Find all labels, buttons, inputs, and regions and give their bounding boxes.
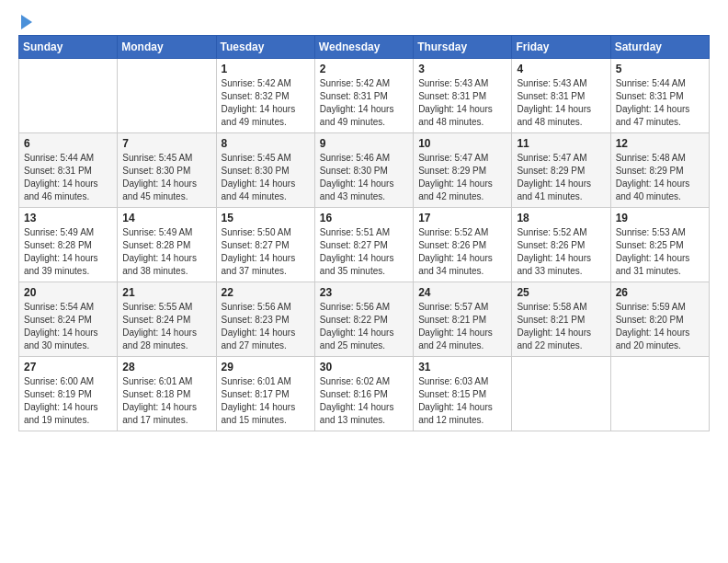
day-info: Sunrise: 5:59 AM Sunset: 8:20 PM Dayligh… bbox=[616, 301, 704, 352]
day-info: Sunrise: 5:47 AM Sunset: 8:29 PM Dayligh… bbox=[517, 152, 605, 203]
calendar-cell: 2Sunrise: 5:42 AM Sunset: 8:31 PM Daylig… bbox=[314, 59, 413, 133]
calendar-cell: 1Sunrise: 5:42 AM Sunset: 8:32 PM Daylig… bbox=[216, 59, 314, 133]
calendar-cell: 12Sunrise: 5:48 AM Sunset: 8:29 PM Dayli… bbox=[610, 133, 709, 208]
day-info: Sunrise: 5:49 AM Sunset: 8:28 PM Dayligh… bbox=[24, 226, 112, 278]
calendar-cell: 25Sunrise: 5:58 AM Sunset: 8:21 PM Dayli… bbox=[512, 282, 610, 357]
calendar-cell: 17Sunrise: 5:52 AM Sunset: 8:26 PM Dayli… bbox=[414, 208, 512, 282]
day-number: 24 bbox=[418, 286, 506, 299]
day-number: 8 bbox=[222, 137, 310, 150]
calendar-week-row: 13Sunrise: 5:49 AM Sunset: 8:28 PM Dayli… bbox=[19, 208, 710, 282]
day-number: 13 bbox=[24, 212, 112, 224]
day-number: 5 bbox=[616, 63, 704, 75]
day-number: 22 bbox=[222, 286, 310, 299]
calendar-cell: 3Sunrise: 5:43 AM Sunset: 8:31 PM Daylig… bbox=[414, 59, 512, 133]
day-info: Sunrise: 5:57 AM Sunset: 8:21 PM Dayligh… bbox=[418, 301, 506, 352]
day-number: 29 bbox=[222, 361, 310, 373]
day-number: 11 bbox=[517, 137, 605, 150]
day-info: Sunrise: 5:52 AM Sunset: 8:26 PM Dayligh… bbox=[418, 226, 506, 278]
calendar-cell: 19Sunrise: 5:53 AM Sunset: 8:25 PM Dayli… bbox=[610, 208, 709, 282]
day-info: Sunrise: 5:44 AM Sunset: 8:31 PM Dayligh… bbox=[24, 152, 112, 203]
day-number: 12 bbox=[616, 137, 704, 150]
day-number: 26 bbox=[616, 286, 704, 299]
calendar-cell: 14Sunrise: 5:49 AM Sunset: 8:28 PM Dayli… bbox=[118, 208, 216, 282]
day-info: Sunrise: 5:45 AM Sunset: 8:30 PM Dayligh… bbox=[122, 152, 210, 203]
calendar-cell: 11Sunrise: 5:47 AM Sunset: 8:29 PM Dayli… bbox=[512, 133, 610, 208]
day-number: 14 bbox=[122, 212, 210, 224]
weekday-header-row: SundayMondayTuesdayWednesdayThursdayFrid… bbox=[19, 36, 710, 59]
day-info: Sunrise: 5:48 AM Sunset: 8:29 PM Dayligh… bbox=[616, 152, 704, 203]
calendar-cell: 9Sunrise: 5:46 AM Sunset: 8:30 PM Daylig… bbox=[314, 133, 413, 208]
day-number: 9 bbox=[320, 137, 408, 150]
logo bbox=[18, 13, 32, 29]
day-number: 2 bbox=[320, 63, 408, 75]
calendar-cell: 23Sunrise: 5:56 AM Sunset: 8:22 PM Dayli… bbox=[314, 282, 413, 357]
day-number: 6 bbox=[24, 137, 112, 150]
day-info: Sunrise: 5:58 AM Sunset: 8:21 PM Dayligh… bbox=[517, 301, 605, 352]
day-info: Sunrise: 5:56 AM Sunset: 8:23 PM Dayligh… bbox=[222, 301, 310, 352]
header bbox=[18, 9, 710, 29]
day-info: Sunrise: 5:43 AM Sunset: 8:31 PM Dayligh… bbox=[517, 77, 605, 129]
calendar-week-row: 20Sunrise: 5:54 AM Sunset: 8:24 PM Dayli… bbox=[19, 282, 710, 357]
calendar-week-row: 1Sunrise: 5:42 AM Sunset: 8:32 PM Daylig… bbox=[19, 59, 710, 133]
day-number: 7 bbox=[122, 137, 210, 150]
day-number: 30 bbox=[320, 361, 408, 373]
day-number: 19 bbox=[616, 212, 704, 224]
calendar-cell: 6Sunrise: 5:44 AM Sunset: 8:31 PM Daylig… bbox=[19, 133, 118, 208]
day-number: 23 bbox=[320, 286, 408, 299]
day-info: Sunrise: 6:01 AM Sunset: 8:17 PM Dayligh… bbox=[222, 375, 310, 427]
calendar-cell: 8Sunrise: 5:45 AM Sunset: 8:30 PM Daylig… bbox=[216, 133, 314, 208]
day-info: Sunrise: 6:03 AM Sunset: 8:15 PM Dayligh… bbox=[418, 375, 506, 427]
calendar-cell bbox=[118, 59, 216, 133]
day-info: Sunrise: 5:55 AM Sunset: 8:24 PM Dayligh… bbox=[122, 301, 210, 352]
day-info: Sunrise: 5:46 AM Sunset: 8:30 PM Dayligh… bbox=[320, 152, 408, 203]
day-number: 21 bbox=[122, 286, 210, 299]
day-number: 27 bbox=[24, 361, 112, 373]
day-info: Sunrise: 5:42 AM Sunset: 8:31 PM Dayligh… bbox=[320, 77, 408, 129]
day-number: 25 bbox=[517, 286, 605, 299]
calendar-cell bbox=[610, 357, 709, 431]
day-number: 4 bbox=[517, 63, 605, 75]
calendar-cell: 4Sunrise: 5:43 AM Sunset: 8:31 PM Daylig… bbox=[512, 59, 610, 133]
day-info: Sunrise: 5:45 AM Sunset: 8:30 PM Dayligh… bbox=[222, 152, 310, 203]
weekday-header-friday: Friday bbox=[512, 36, 610, 59]
calendar-cell: 5Sunrise: 5:44 AM Sunset: 8:31 PM Daylig… bbox=[610, 59, 709, 133]
calendar-cell: 10Sunrise: 5:47 AM Sunset: 8:29 PM Dayli… bbox=[414, 133, 512, 208]
day-info: Sunrise: 5:51 AM Sunset: 8:27 PM Dayligh… bbox=[320, 226, 408, 278]
calendar-cell: 21Sunrise: 5:55 AM Sunset: 8:24 PM Dayli… bbox=[118, 282, 216, 357]
day-number: 3 bbox=[418, 63, 506, 75]
weekday-header-saturday: Saturday bbox=[610, 36, 709, 59]
day-number: 18 bbox=[517, 212, 605, 224]
weekday-header-sunday: Sunday bbox=[19, 36, 118, 59]
day-number: 31 bbox=[418, 361, 506, 373]
day-number: 1 bbox=[222, 63, 310, 75]
weekday-header-tuesday: Tuesday bbox=[216, 36, 314, 59]
calendar-cell: 13Sunrise: 5:49 AM Sunset: 8:28 PM Dayli… bbox=[19, 208, 118, 282]
calendar-cell bbox=[19, 59, 118, 133]
calendar-cell: 30Sunrise: 6:02 AM Sunset: 8:16 PM Dayli… bbox=[314, 357, 413, 431]
calendar-body: 1Sunrise: 5:42 AM Sunset: 8:32 PM Daylig… bbox=[19, 59, 710, 431]
day-info: Sunrise: 5:42 AM Sunset: 8:32 PM Dayligh… bbox=[222, 77, 310, 129]
day-info: Sunrise: 6:01 AM Sunset: 8:18 PM Dayligh… bbox=[122, 375, 210, 427]
day-info: Sunrise: 5:43 AM Sunset: 8:31 PM Dayligh… bbox=[418, 77, 506, 129]
day-info: Sunrise: 5:44 AM Sunset: 8:31 PM Dayligh… bbox=[616, 77, 704, 129]
calendar-cell: 31Sunrise: 6:03 AM Sunset: 8:15 PM Dayli… bbox=[414, 357, 512, 431]
day-info: Sunrise: 5:53 AM Sunset: 8:25 PM Dayligh… bbox=[616, 226, 704, 278]
calendar-week-row: 27Sunrise: 6:00 AM Sunset: 8:19 PM Dayli… bbox=[19, 357, 710, 431]
weekday-header-wednesday: Wednesday bbox=[314, 36, 413, 59]
calendar-cell: 20Sunrise: 5:54 AM Sunset: 8:24 PM Dayli… bbox=[19, 282, 118, 357]
calendar-table: SundayMondayTuesdayWednesdayThursdayFrid… bbox=[18, 35, 710, 431]
calendar-cell bbox=[512, 357, 610, 431]
logo-arrow-icon bbox=[21, 15, 32, 29]
logo-top bbox=[18, 13, 32, 29]
calendar-header: SundayMondayTuesdayWednesdayThursdayFrid… bbox=[19, 36, 710, 59]
calendar-cell: 27Sunrise: 6:00 AM Sunset: 8:19 PM Dayli… bbox=[19, 357, 118, 431]
day-info: Sunrise: 5:56 AM Sunset: 8:22 PM Dayligh… bbox=[320, 301, 408, 352]
day-info: Sunrise: 5:47 AM Sunset: 8:29 PM Dayligh… bbox=[418, 152, 506, 203]
weekday-header-thursday: Thursday bbox=[414, 36, 512, 59]
day-number: 17 bbox=[418, 212, 506, 224]
page: SundayMondayTuesdayWednesdayThursdayFrid… bbox=[0, 0, 728, 563]
calendar-cell: 22Sunrise: 5:56 AM Sunset: 8:23 PM Dayli… bbox=[216, 282, 314, 357]
calendar-cell: 28Sunrise: 6:01 AM Sunset: 8:18 PM Dayli… bbox=[118, 357, 216, 431]
calendar-cell: 16Sunrise: 5:51 AM Sunset: 8:27 PM Dayli… bbox=[314, 208, 413, 282]
calendar-cell: 26Sunrise: 5:59 AM Sunset: 8:20 PM Dayli… bbox=[610, 282, 709, 357]
